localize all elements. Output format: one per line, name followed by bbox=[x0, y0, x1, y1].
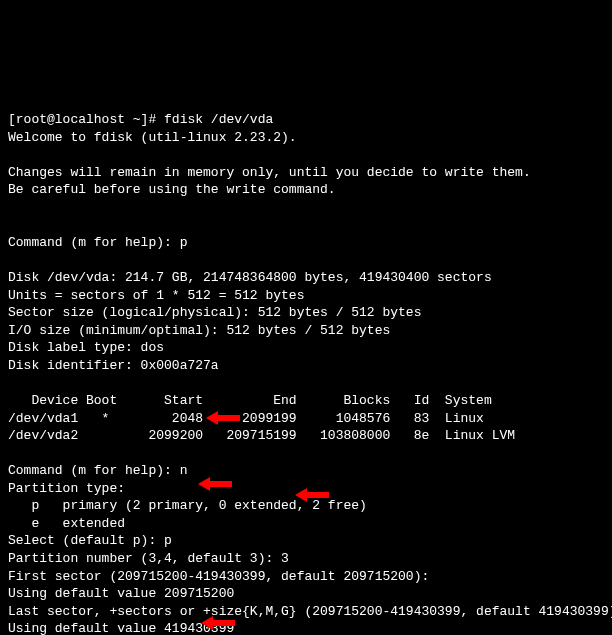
terminal-line: Disk /dev/vda: 214.7 GB, 214748364800 by… bbox=[8, 269, 604, 287]
terminal-line: Disk label type: dos bbox=[8, 339, 604, 357]
arrow-left-icon bbox=[201, 616, 235, 630]
svg-marker-3 bbox=[201, 616, 235, 630]
terminal-line: Be careful before using the write comman… bbox=[8, 181, 604, 199]
terminal-line bbox=[8, 445, 604, 463]
arrow-left-icon bbox=[198, 477, 232, 491]
terminal-line: /dev/vda2 2099200 209715199 103808000 8e… bbox=[8, 427, 604, 445]
terminal-line: e extended bbox=[8, 515, 604, 533]
terminal-line bbox=[8, 199, 604, 217]
terminal-line: Device Boot Start End Blocks Id System bbox=[8, 392, 604, 410]
svg-marker-0 bbox=[206, 411, 240, 425]
svg-marker-2 bbox=[295, 488, 329, 502]
terminal-line bbox=[8, 146, 604, 164]
terminal-lines: [root@localhost ~]# fdisk /dev/vdaWelcom… bbox=[8, 111, 604, 635]
terminal-line: Changes will remain in memory only, unti… bbox=[8, 164, 604, 182]
terminal-line: Units = sectors of 1 * 512 = 512 bytes bbox=[8, 287, 604, 305]
svg-marker-1 bbox=[198, 477, 232, 491]
terminal-line bbox=[8, 252, 604, 270]
terminal-line bbox=[8, 374, 604, 392]
arrow-left-icon bbox=[295, 488, 329, 502]
terminal-line: Welcome to fdisk (util-linux 2.23.2). bbox=[8, 129, 604, 147]
terminal-line: Last sector, +sectors or +size{K,M,G} (2… bbox=[8, 603, 604, 621]
terminal-line: Partition number (3,4, default 3): 3 bbox=[8, 550, 604, 568]
terminal-line: I/O size (minimum/optimal): 512 bytes / … bbox=[8, 322, 604, 340]
terminal-line: Select (default p): p bbox=[8, 532, 604, 550]
terminal-output: [root@localhost ~]# fdisk /dev/vdaWelcom… bbox=[8, 76, 604, 635]
terminal-line: Sector size (logical/physical): 512 byte… bbox=[8, 304, 604, 322]
terminal-line: /dev/vda1 * 2048 2099199 1048576 83 Linu… bbox=[8, 410, 604, 428]
terminal-line: Command (m for help): p bbox=[8, 234, 604, 252]
terminal-line: [root@localhost ~]# fdisk /dev/vda bbox=[8, 111, 604, 129]
terminal-line: Using default value 209715200 bbox=[8, 585, 604, 603]
terminal-line: First sector (209715200-419430399, defau… bbox=[8, 568, 604, 586]
terminal-line: Using default value 419430399 bbox=[8, 620, 604, 635]
arrow-left-icon bbox=[206, 411, 240, 425]
terminal-line: Disk identifier: 0x000a727a bbox=[8, 357, 604, 375]
terminal-line bbox=[8, 217, 604, 235]
terminal-line: Command (m for help): n bbox=[8, 462, 604, 480]
